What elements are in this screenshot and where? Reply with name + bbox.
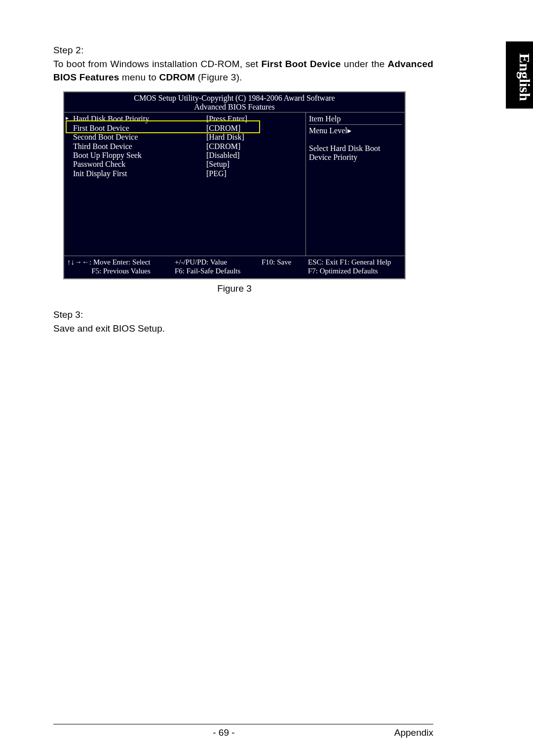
- bios-item-init-display[interactable]: Init Display First [PEG]: [67, 169, 303, 178]
- bios-header: CMOS Setup Utility-Copyright (C) 1984-20…: [64, 92, 405, 113]
- bios-item-password-check[interactable]: Password Check [Setup]: [67, 160, 303, 169]
- bios-item-value: [CDROM]: [206, 124, 303, 133]
- bios-item-value: [Setup]: [206, 160, 303, 169]
- help-menu-level: Menu Level▸: [309, 124, 402, 135]
- page-footer: - 69 - Appendix: [53, 727, 433, 738]
- footer-move: ↑↓→←: Move Enter: Select: [67, 258, 175, 266]
- help-hint-1: Select Hard Disk Boot: [309, 144, 402, 153]
- pointer-icon: ▸: [66, 114, 69, 122]
- bios-item-label: Init Display First: [73, 169, 206, 178]
- footer-f10: F10: Save: [262, 258, 308, 266]
- bios-item-value: [Press Enter]: [206, 114, 303, 123]
- step2-t1: First Boot Device: [261, 59, 341, 69]
- bios-footer: ↑↓→←: Move Enter: Select F5: Previous Va…: [64, 256, 405, 278]
- figure-caption: Figure 3: [53, 283, 416, 294]
- bios-item-first-boot[interactable]: First Boot Device [CDROM]: [67, 124, 303, 133]
- bios-header-line1: CMOS Setup Utility-Copyright (C) 1984-20…: [64, 94, 405, 103]
- help-hint-2: Device Priority: [309, 153, 402, 162]
- bios-screenshot: CMOS Setup Utility-Copyright (C) 1984-20…: [63, 91, 406, 280]
- step-2-text: To boot from Windows installation CD-ROM…: [53, 57, 433, 84]
- bios-item-hdd-priority[interactable]: Hard Disk Boot Priority [Press Enter]: [67, 114, 303, 123]
- step2-t5: CDROM: [159, 72, 195, 82]
- language-tab-label: English: [516, 53, 533, 101]
- step2-t4: menu to: [119, 72, 159, 82]
- bios-item-label: Hard Disk Boot Priority: [73, 114, 206, 123]
- footer-value: +/-/PU/PD: Value: [175, 258, 262, 266]
- step-3-text: Save and exit BIOS Setup.: [53, 322, 433, 336]
- page-number: - 69 -: [53, 727, 394, 738]
- step2-t0: To boot from Windows installation CD-ROM…: [53, 59, 261, 69]
- footer-f6: F6: Fail-Safe Defaults: [175, 266, 262, 275]
- bios-left-pane: ▸ Hard Disk Boot Priority [Press Enter] …: [64, 113, 306, 256]
- bios-item-value: [Hard Disk]: [206, 133, 303, 142]
- bios-item-label: Third Boot Device: [73, 142, 206, 151]
- bios-item-label: Boot Up Floppy Seek: [73, 151, 206, 160]
- step-2-heading: Step 2:: [53, 43, 433, 57]
- bios-item-second-boot[interactable]: Second Boot Device [Hard Disk]: [67, 133, 303, 142]
- help-title: Item Help: [309, 114, 402, 123]
- bios-header-line2: Advanced BIOS Features: [64, 103, 405, 112]
- step-3: Step 3: Save and exit BIOS Setup.: [53, 308, 433, 335]
- bios-item-third-boot[interactable]: Third Boot Device [CDROM]: [67, 142, 303, 151]
- bios-item-value: [CDROM]: [206, 142, 303, 151]
- bios-item-value: [PEG]: [206, 169, 303, 178]
- bios-item-label: Second Boot Device: [73, 133, 206, 142]
- bios-item-floppy-seek[interactable]: Boot Up Floppy Seek [Disabled]: [67, 151, 303, 160]
- bios-help-pane: Item Help Menu Level▸ Select Hard Disk B…: [306, 113, 405, 256]
- page-content: Step 2: To boot from Windows installatio…: [53, 43, 433, 336]
- step2-t2: under the: [341, 59, 388, 69]
- language-tab: English: [506, 41, 533, 109]
- step2-t6: (Figure 3).: [195, 72, 242, 82]
- bios-main: ▸ Hard Disk Boot Priority [Press Enter] …: [64, 112, 405, 256]
- bios-item-label: Password Check: [73, 160, 206, 169]
- footer-section: Appendix: [394, 727, 433, 738]
- bios-item-label: First Boot Device: [73, 124, 206, 133]
- footer-f5: F5: Previous Values: [67, 266, 175, 275]
- bios-item-value: [Disabled]: [206, 151, 303, 160]
- step-3-heading: Step 3:: [53, 308, 433, 322]
- footer-f7: F7: Optimized Defaults: [308, 266, 402, 275]
- footer-esc: ESC: Exit F1: General Help: [308, 258, 402, 266]
- footer-rule: [53, 724, 433, 724]
